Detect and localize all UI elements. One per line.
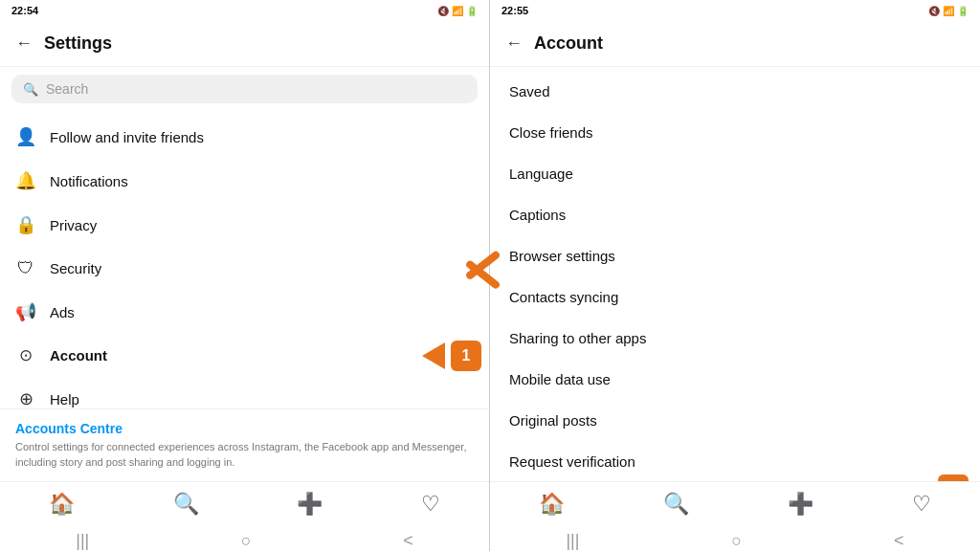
left-status-bar: 22:54 🔇 📶 🔋 [0,0,489,21]
help-icon: ⊕ [15,388,36,408]
ads-icon: 📢 [15,301,36,322]
menu-item-help[interactable]: ⊕ Help [0,377,489,408]
phones-container: 22:54 🔇 📶 🔋 ← Settings 🔍 Search 👤 Follow… [0,0,980,551]
left-bottom-nav: 🏠 🔍 ➕ ♡ [0,481,489,530]
account-item-captions[interactable]: Captions [490,194,980,235]
back-button-icon: < [403,531,413,551]
left-time: 22:54 [11,5,38,16]
privacy-icon: 🔒 [15,214,36,235]
notifications-icon: 🔔 [15,170,36,191]
arrow-left-icon [422,342,445,369]
right-page-title: Account [534,33,603,54]
home-button-icon: ○ [241,531,252,551]
accounts-centre-section: Accounts Centre Control settings for con… [0,408,489,481]
right-phone: 22:55 🔇 📶 🔋 ← Account Saved Close friend… [490,0,980,551]
menu-item-privacy[interactable]: 🔒 Privacy [0,203,489,247]
signal-icon: 📶 [452,6,463,16]
account-icon: ⊙ [15,345,36,365]
menu-label-ads: Ads [50,304,75,320]
right-back-button[interactable]: ← [505,33,523,54]
left-bottom-indicator: ||| ○ < [0,530,489,551]
account-list: Saved Close friends Language Captions Br… [490,67,980,481]
left-page-title: Settings [44,33,112,54]
security-icon: 🛡 [15,258,36,278]
recent-apps-icon: ||| [76,531,89,551]
mute-icon: 🔇 [437,6,449,16]
right-add-nav-icon[interactable]: ➕ [788,492,813,517]
search-icon: 🔍 [23,82,38,97]
right-signal-icon: 📶 [943,6,954,16]
account-item-sharing-other-apps[interactable]: Sharing to other apps [490,318,980,359]
right-time: 22:55 [501,5,528,16]
annotation-badge-2: 2 [938,474,969,481]
account-item-language[interactable]: Language [490,153,980,194]
settings-search-bar[interactable]: 🔍 Search [11,75,478,103]
accounts-centre-description: Control settings for connected experienc… [15,440,474,470]
accounts-centre-link[interactable]: Accounts Centre [15,421,474,436]
right-likes-nav-icon[interactable]: ♡ [912,492,931,517]
settings-menu-list: 👤 Follow and invite friends 🔔 Notificati… [0,111,489,408]
annotation-1: 1 [422,341,481,371]
annotation-badge-1: 1 [451,341,481,371]
right-bottom-indicator: ||| ○ < [490,530,980,551]
follow-icon: 👤 [15,126,36,147]
right-top-bar: ← Account [490,21,980,67]
right-status-bar: 22:55 🔇 📶 🔋 [490,0,980,21]
menu-item-account[interactable]: ⊙ Account 1 [0,334,489,377]
menu-label-account: Account [50,347,107,364]
account-item-original-posts[interactable]: Original posts [490,400,980,441]
center-direction-arrow [462,242,518,298]
annotation-2: 2 [938,474,969,481]
menu-item-security[interactable]: 🛡 Security [0,247,489,290]
right-status-icons: 🔇 📶 🔋 [928,6,969,16]
right-mute-icon: 🔇 [928,6,940,16]
account-item-request-verification[interactable]: Request verification [490,441,980,481]
menu-label-security: Security [50,260,101,276]
account-item-contacts-syncing[interactable]: Contacts syncing [490,276,980,318]
menu-item-notifications[interactable]: 🔔 Notifications [0,159,489,203]
search-nav-icon[interactable]: 🔍 [173,492,199,517]
left-status-icons: 🔇 📶 🔋 [437,6,478,16]
right-home-nav-icon[interactable]: 🏠 [539,492,565,517]
menu-label-notifications: Notifications [50,173,128,189]
account-item-close-friends[interactable]: Close friends [490,112,980,153]
right-home-button-icon: ○ [731,531,742,551]
account-item-browser-settings[interactable]: Browser settings [490,235,980,276]
account-item-saved[interactable]: Saved [490,71,980,112]
add-nav-icon[interactable]: ➕ [297,492,323,517]
menu-label-help: Help [50,391,79,408]
home-nav-icon[interactable]: 🏠 [49,492,75,517]
menu-item-ads[interactable]: 📢 Ads [0,290,489,334]
menu-item-follow[interactable]: 👤 Follow and invite friends [0,115,489,159]
left-top-bar: ← Settings [0,21,489,67]
battery-icon: 🔋 [466,6,478,16]
right-recent-apps-icon: ||| [566,531,579,551]
menu-label-privacy: Privacy [50,217,97,233]
left-phone: 22:54 🔇 📶 🔋 ← Settings 🔍 Search 👤 Follow… [0,0,490,551]
menu-label-follow: Follow and invite friends [50,129,204,145]
right-back-button-icon: < [894,531,904,551]
left-back-button[interactable]: ← [15,33,33,54]
likes-nav-icon[interactable]: ♡ [421,492,440,517]
search-placeholder: Search [46,81,88,97]
right-battery-icon: 🔋 [957,6,969,16]
right-bottom-nav: 🏠 🔍 ➕ ♡ [490,481,980,530]
right-search-nav-icon[interactable]: 🔍 [663,492,689,517]
account-item-mobile-data-use[interactable]: Mobile data use [490,359,980,400]
